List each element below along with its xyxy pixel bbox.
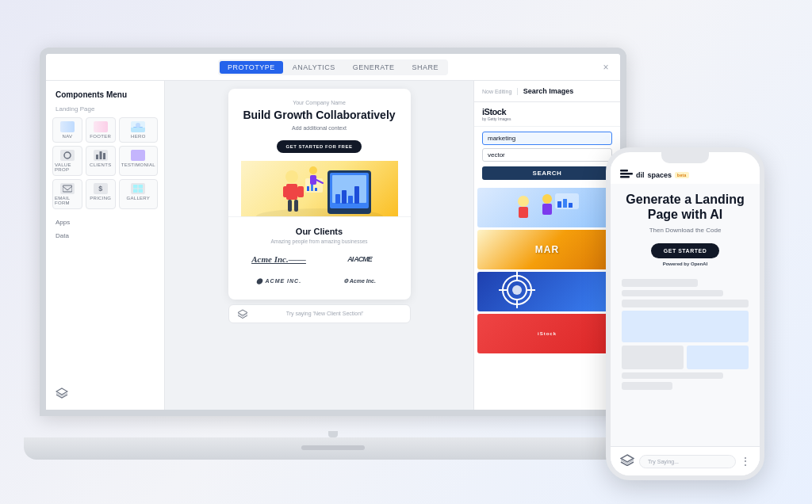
wire-4 bbox=[622, 311, 749, 342]
svg-rect-21 bbox=[283, 186, 289, 197]
svg-rect-15 bbox=[335, 194, 340, 204]
phone-title: Generate a Landing Page with AI bbox=[622, 192, 749, 222]
svg-rect-7 bbox=[133, 185, 138, 189]
gallery-icon bbox=[131, 183, 145, 194]
right-panel-header: Now Editing | Search Images bbox=[474, 81, 620, 102]
cta-button[interactable]: GET STARTED FOR FREE bbox=[277, 140, 362, 153]
more-options-icon[interactable]: ⋮ bbox=[741, 456, 750, 467]
component-gallery[interactable]: GALLERY bbox=[119, 179, 158, 209]
hero-section: Your Company Name Build Growth Collabora… bbox=[228, 89, 411, 217]
components-sidebar: Components Menu Landing Page NAV FOOTER bbox=[46, 81, 165, 410]
component-hero[interactable]: HERO bbox=[119, 117, 158, 143]
tab-generate[interactable]: GENERATE bbox=[345, 61, 403, 74]
wire-7 bbox=[622, 372, 723, 379]
component-clients[interactable]: CLIENTS bbox=[86, 146, 116, 176]
component-clients-label: CLIENTS bbox=[90, 162, 111, 167]
svg-rect-22 bbox=[297, 186, 304, 197]
result-image-0[interactable] bbox=[477, 188, 617, 227]
component-email-label: EMAIL FORM bbox=[55, 196, 80, 205]
component-footer-label: FOOTER bbox=[90, 134, 111, 139]
prompt-text: Try saying 'New Client Section!' bbox=[248, 311, 402, 316]
phone-cta-button[interactable]: GET STARTED bbox=[651, 243, 719, 258]
top-bar: PROTOTYPE ANALYTICS GENERATE SHARE × bbox=[46, 54, 620, 81]
istock-logo: iStock by Getty Images bbox=[474, 102, 620, 127]
hero-image bbox=[241, 161, 398, 216]
svg-rect-40 bbox=[569, 203, 573, 208]
laptop-base bbox=[24, 437, 642, 460]
component-nav-label: NAV bbox=[63, 134, 73, 139]
svg-rect-48 bbox=[620, 173, 633, 175]
component-value-prop[interactable]: VALUE PROP bbox=[52, 146, 82, 176]
svg-rect-33 bbox=[519, 207, 528, 218]
layers-icon[interactable] bbox=[56, 388, 68, 402]
component-hero-label: HERO bbox=[131, 134, 146, 139]
component-pricing[interactable]: $ PRICING bbox=[86, 179, 116, 209]
close-button[interactable]: × bbox=[599, 61, 612, 74]
component-testimonial-label: TESTIMONIAL bbox=[121, 162, 155, 167]
wire-8 bbox=[622, 382, 672, 390]
main-area: Components Menu Landing Page NAV FOOTER bbox=[46, 81, 620, 410]
result-image-1[interactable]: MAR bbox=[477, 230, 617, 269]
clients-section: Our Clients Amazing people from amazing … bbox=[228, 217, 411, 300]
dil-spaces-logo: dil spaces beta bbox=[620, 170, 689, 181]
search-button[interactable]: SEARCH bbox=[482, 166, 612, 180]
sidebar-data[interactable]: Data bbox=[52, 229, 158, 242]
phone-wireframe bbox=[611, 274, 760, 446]
svg-rect-4 bbox=[99, 151, 102, 159]
preview-area: Your Company Name Build Growth Collabora… bbox=[165, 81, 473, 410]
tab-share[interactable]: SHARE bbox=[404, 61, 447, 74]
component-footer[interactable]: FOOTER bbox=[86, 117, 116, 143]
svg-point-2 bbox=[64, 152, 71, 158]
component-nav[interactable]: NAV bbox=[52, 117, 82, 143]
result-image-3[interactable]: iStock bbox=[477, 314, 617, 353]
svg-rect-17 bbox=[348, 196, 353, 204]
svg-rect-10 bbox=[139, 189, 144, 193]
tab-group: PROTOTYPE ANALYTICS GENERATE SHARE bbox=[218, 59, 448, 75]
svg-rect-39 bbox=[563, 199, 567, 208]
svg-point-1 bbox=[136, 123, 140, 128]
search-input[interactable] bbox=[482, 132, 612, 145]
phone-content: dil spaces beta Generate a Landing Page … bbox=[611, 163, 760, 475]
component-grid: NAV FOOTER HERO bbox=[52, 117, 158, 209]
phone-try-input[interactable]: Try Saying... bbox=[639, 455, 736, 468]
phone-wrapper: dil spaces beta Generate a Landing Page … bbox=[606, 147, 764, 480]
tab-prototype[interactable]: PROTOTYPE bbox=[220, 61, 283, 74]
nav-icon bbox=[60, 121, 75, 132]
svg-point-19 bbox=[285, 170, 298, 183]
svg-rect-18 bbox=[354, 186, 359, 204]
svg-rect-0 bbox=[133, 127, 143, 131]
image-results: MAR bbox=[474, 185, 620, 410]
right-panel: Now Editing | Search Images iStock by Ge… bbox=[473, 81, 620, 410]
component-value-label: VALUE PROP bbox=[55, 162, 80, 172]
now-editing-label: Now Editing bbox=[482, 89, 511, 94]
svg-rect-36 bbox=[542, 204, 552, 215]
clients-icon bbox=[94, 150, 108, 161]
result-image-2[interactable] bbox=[477, 272, 617, 311]
wire-3 bbox=[622, 300, 749, 307]
client-logo-3: ⚙ Acme Inc. bbox=[322, 273, 398, 290]
wire-6 bbox=[687, 346, 749, 369]
component-pricing-label: PRICING bbox=[90, 196, 111, 200]
powered-by: Powered by OpenAI bbox=[622, 262, 749, 266]
svg-rect-50 bbox=[620, 170, 628, 172]
clients-grid: Acme Inc.—— AI ACME ⬤ ACME INC. ⚙ Acme I… bbox=[241, 250, 398, 290]
prompt-bar[interactable]: Try saying 'New Client Section!' bbox=[228, 304, 411, 323]
svg-rect-28 bbox=[315, 188, 317, 191]
search-images-title: Search Images bbox=[523, 87, 574, 95]
svg-rect-23 bbox=[288, 200, 292, 212]
istock-sub: by Getty Images bbox=[482, 116, 612, 121]
sidebar-apps[interactable]: Apps bbox=[52, 216, 158, 229]
brand-dil: dil bbox=[636, 171, 645, 179]
footer-icon bbox=[94, 121, 108, 132]
clients-sub: Amazing people from amazing businesses bbox=[241, 239, 398, 244]
type-select[interactable]: vector photo illustration bbox=[482, 148, 612, 162]
phone-notch bbox=[661, 152, 709, 163]
tab-analytics[interactable]: ANALYTICS bbox=[285, 61, 343, 74]
company-name: Your Company Name bbox=[241, 100, 398, 105]
component-email-form[interactable]: EMAIL FORM bbox=[52, 179, 82, 209]
brand-spaces: spaces bbox=[648, 171, 672, 179]
testimonial-icon bbox=[131, 150, 145, 161]
svg-rect-16 bbox=[342, 190, 347, 204]
clients-title: Our Clients bbox=[241, 227, 398, 236]
component-testimonial[interactable]: TESTIMONIAL bbox=[119, 146, 158, 176]
